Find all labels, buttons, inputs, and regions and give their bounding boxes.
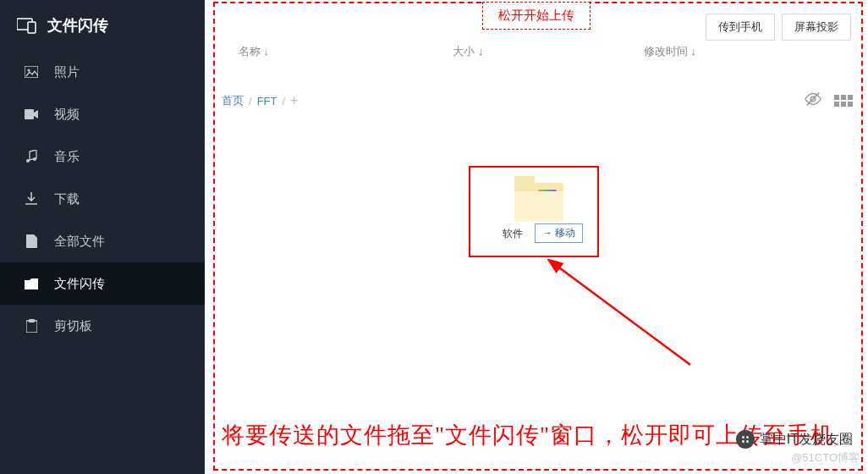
column-name[interactable]: 名称 ↓ bbox=[239, 44, 453, 59]
watermark-brand-text: 掌中IT发烧友圈 bbox=[760, 431, 853, 449]
column-modified[interactable]: 修改时间 ↓ bbox=[644, 44, 834, 59]
sidebar-item-flashtransfer[interactable]: 文件闪传 bbox=[0, 262, 205, 305]
sidebar-item-allfiles[interactable]: 全部文件 bbox=[0, 220, 205, 262]
sidebar-item-label: 音乐 bbox=[54, 149, 80, 165]
svg-line-11 bbox=[557, 266, 690, 365]
breadcrumb-root[interactable]: 首页 bbox=[222, 93, 244, 108]
svg-rect-8 bbox=[29, 319, 35, 322]
watermark-logo-icon bbox=[736, 430, 755, 449]
image-icon bbox=[24, 64, 39, 80]
folder-icon bbox=[24, 276, 39, 291]
column-headers: 名称 ↓ 大小 ↓ 修改时间 ↓ bbox=[239, 44, 834, 59]
watermark-brand: 掌中IT发烧友圈 bbox=[736, 430, 853, 449]
clipboard-icon bbox=[24, 318, 39, 333]
svg-rect-1 bbox=[28, 22, 36, 33]
breadcrumb-add-button[interactable]: + bbox=[290, 93, 298, 108]
screen-mirror-button[interactable]: 屏幕投影 bbox=[782, 14, 851, 41]
visibility-off-icon[interactable] bbox=[804, 90, 822, 112]
sidebar: 文件闪传 照片 视频 音乐 下载 全部文件 文件闪传 剪切板 bbox=[0, 0, 205, 474]
main-content: 松开开始上传 传到手机 屏幕投影 名称 ↓ 大小 ↓ 修改时间 ↓ 首页 / F… bbox=[205, 0, 868, 474]
breadcrumb-current[interactable]: FFT bbox=[257, 95, 277, 107]
video-icon bbox=[24, 107, 39, 122]
svg-rect-4 bbox=[25, 109, 34, 119]
sidebar-item-label: 全部文件 bbox=[54, 234, 105, 250]
dragged-folder-icon[interactable] bbox=[514, 183, 563, 222]
sidebar-item-photos[interactable]: 照片 bbox=[0, 51, 205, 93]
watermark-sub: @51CTO博客 bbox=[791, 450, 860, 466]
download-icon bbox=[24, 191, 39, 207]
dragged-folder-label: 软件 bbox=[503, 227, 523, 241]
column-size[interactable]: 大小 ↓ bbox=[453, 44, 643, 59]
file-icon bbox=[24, 234, 39, 249]
sidebar-item-label: 下载 bbox=[54, 191, 80, 207]
svg-point-6 bbox=[33, 157, 36, 161]
app-title-text: 文件闪传 bbox=[47, 15, 108, 36]
view-tools bbox=[804, 90, 853, 112]
sidebar-item-label: 视频 bbox=[54, 107, 80, 123]
breadcrumb: 首页 / FFT / + bbox=[222, 93, 298, 108]
grid-view-icon[interactable] bbox=[834, 95, 853, 107]
drag-highlight-box: 软件 → 移动 bbox=[469, 166, 599, 257]
devices-icon bbox=[17, 17, 37, 34]
music-icon bbox=[24, 149, 39, 164]
svg-rect-7 bbox=[26, 321, 37, 333]
drop-banner: 松开开始上传 bbox=[482, 2, 591, 30]
move-tooltip: → 移动 bbox=[535, 223, 583, 243]
toolbar: 传到手机 屏幕投影 bbox=[706, 14, 851, 41]
svg-point-5 bbox=[26, 159, 30, 163]
sidebar-item-label: 文件闪传 bbox=[54, 276, 105, 292]
sidebar-item-music[interactable]: 音乐 bbox=[0, 135, 205, 178]
sidebar-item-downloads[interactable]: 下载 bbox=[0, 178, 205, 220]
sidebar-item-videos[interactable]: 视频 bbox=[0, 93, 205, 135]
app-title: 文件闪传 bbox=[0, 0, 205, 51]
svg-point-3 bbox=[28, 69, 30, 72]
sidebar-item-clipboard[interactable]: 剪切板 bbox=[0, 305, 205, 347]
annotation-arrow bbox=[547, 259, 699, 369]
sidebar-item-label: 剪切板 bbox=[54, 318, 92, 334]
breadcrumb-sep: / bbox=[282, 95, 285, 107]
breadcrumb-sep: / bbox=[249, 95, 252, 107]
sidebar-item-label: 照片 bbox=[54, 64, 80, 80]
send-to-phone-button[interactable]: 传到手机 bbox=[706, 14, 775, 41]
